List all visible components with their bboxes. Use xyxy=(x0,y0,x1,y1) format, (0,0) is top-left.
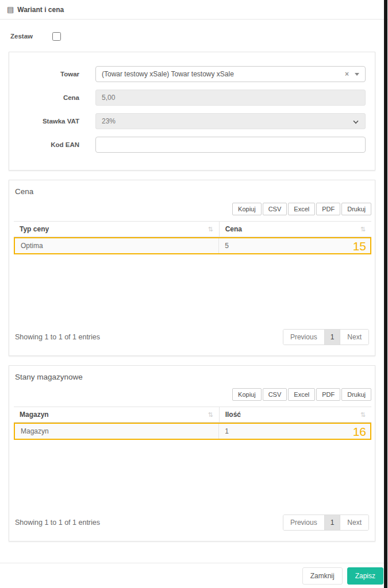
pdf-button[interactable]: PDF xyxy=(316,203,340,215)
export-buttons: KopiujCSVExcelPDFDrukuj xyxy=(9,388,371,401)
csv-button[interactable]: CSV xyxy=(263,388,287,401)
save-button[interactable]: Zapisz xyxy=(347,567,383,585)
close-button[interactable]: Zamknij xyxy=(302,567,343,585)
variant-form-card: Towar (Towar testowy xSale) Towar testow… xyxy=(9,52,375,171)
kod-ean-label: Kod EAN xyxy=(9,141,95,148)
modal-footer: Zamknij Zapisz xyxy=(0,563,388,588)
zestaw-row: Zestaw xyxy=(10,31,388,41)
column-label: Ilość xyxy=(225,411,241,419)
print-button[interactable]: Drukuj xyxy=(341,203,371,215)
towar-select[interactable]: (Towar testowy xSale) Towar testowy xSal… xyxy=(95,66,366,82)
stawka-vat-value: 23% xyxy=(102,117,116,125)
next-button[interactable]: Next xyxy=(340,515,368,530)
export-buttons: KopiujCSVExcelPDFDrukuj xyxy=(9,203,371,215)
stawka-vat-select[interactable]: 23% xyxy=(95,113,366,129)
zestaw-label: Zestaw xyxy=(10,33,33,40)
sort-icon[interactable]: ⇅ xyxy=(360,411,366,419)
section-title: Cena xyxy=(9,187,375,196)
page-number-button[interactable]: 1 xyxy=(324,330,341,345)
table-header: Typ ceny ⇅ Cena ⇅ xyxy=(14,221,371,237)
column-header-ilosc[interactable]: Ilość ⇅ xyxy=(220,407,371,422)
sort-icon[interactable]: ⇅ xyxy=(208,226,213,233)
table-footer: Showing 1 to 1 of 1 entries Previous 1 N… xyxy=(9,509,375,541)
cell-typ-ceny: Optima xyxy=(15,238,219,253)
excel-button[interactable]: Excel xyxy=(288,203,315,215)
entries-info: Showing 1 to 1 of 1 entries xyxy=(15,333,100,341)
column-header-typ-ceny[interactable]: Typ ceny ⇅ xyxy=(14,222,220,237)
stany-table: Magazyn ⇅ Ilość ⇅ Magazyn 1 16 xyxy=(14,407,371,509)
page-number-button[interactable]: 1 xyxy=(324,515,341,530)
chevron-down-icon[interactable] xyxy=(355,73,359,76)
column-header-magazyn[interactable]: Magazyn ⇅ xyxy=(14,407,220,422)
cell-cena: 5 xyxy=(219,238,370,253)
cena-table: Typ ceny ⇅ Cena ⇅ Optima 5 15 xyxy=(14,221,371,323)
table-header: Magazyn ⇅ Ilość ⇅ xyxy=(14,407,371,423)
towar-row: Towar (Towar testowy xSale) Towar testow… xyxy=(9,66,375,82)
copy-button[interactable]: Kopiuj xyxy=(232,203,262,215)
modal-header: ▤ Wariant i cena xyxy=(0,0,388,20)
column-label: Typ ceny xyxy=(20,225,49,233)
zestaw-checkbox[interactable] xyxy=(52,32,61,41)
entries-info: Showing 1 to 1 of 1 entries xyxy=(15,519,100,527)
column-header-cena[interactable]: Cena ⇅ xyxy=(220,222,371,237)
cell-magazyn: Magazyn xyxy=(15,424,219,439)
previous-button[interactable]: Previous xyxy=(283,330,324,345)
sort-icon[interactable]: ⇅ xyxy=(360,226,366,233)
cena-row: Cena 5,00 xyxy=(9,90,375,106)
pagination: Previous 1 Next xyxy=(283,514,369,531)
pdf-button[interactable]: PDF xyxy=(316,388,340,401)
section-title: Stany magazynowe xyxy=(9,373,375,381)
cena-label: Cena xyxy=(9,94,95,101)
excel-button[interactable]: Excel xyxy=(288,388,315,401)
chevron-down-icon xyxy=(353,118,358,123)
kod-ean-row: Kod EAN xyxy=(9,137,375,153)
print-button[interactable]: Drukuj xyxy=(341,388,371,401)
annotation-label: 15 xyxy=(353,240,366,252)
cena-field: 5,00 xyxy=(95,90,366,106)
kod-ean-input[interactable] xyxy=(95,137,366,153)
table-empty-area xyxy=(14,254,371,323)
copy-button[interactable]: Kopiuj xyxy=(232,388,262,401)
table-empty-area xyxy=(14,440,371,509)
table-footer: Showing 1 to 1 of 1 entries Previous 1 N… xyxy=(9,323,375,355)
towar-label: Towar xyxy=(9,71,95,78)
column-label: Cena xyxy=(225,225,242,233)
table-icon: ▤ xyxy=(7,6,14,13)
towar-selected-value: (Towar testowy xSale) Towar testowy xSal… xyxy=(102,70,345,78)
sort-icon[interactable]: ⇅ xyxy=(208,411,213,419)
csv-button[interactable]: CSV xyxy=(263,203,287,215)
clear-selection-icon[interactable]: × xyxy=(345,70,349,78)
stawka-vat-label: Stawka VAT xyxy=(9,118,95,125)
cell-ilosc: 1 xyxy=(219,424,370,439)
pagination: Previous 1 Next xyxy=(283,329,369,345)
table-row[interactable]: Optima 5 15 xyxy=(14,237,371,254)
stawka-vat-row: Stawka VAT 23% xyxy=(9,113,375,129)
stany-magazynowe-section: Stany magazynowe KopiujCSVExcelPDFDrukuj… xyxy=(9,365,375,541)
cena-section: Cena KopiujCSVExcelPDFDrukuj Typ ceny ⇅ … xyxy=(9,180,375,356)
previous-button[interactable]: Previous xyxy=(283,515,324,530)
next-button[interactable]: Next xyxy=(340,330,368,345)
table-row[interactable]: Magazyn 1 16 xyxy=(14,423,371,440)
modal-title: Wariant i cena xyxy=(17,6,64,14)
window-edge xyxy=(384,0,387,588)
annotation-label: 16 xyxy=(353,425,366,438)
column-label: Magazyn xyxy=(20,411,49,419)
